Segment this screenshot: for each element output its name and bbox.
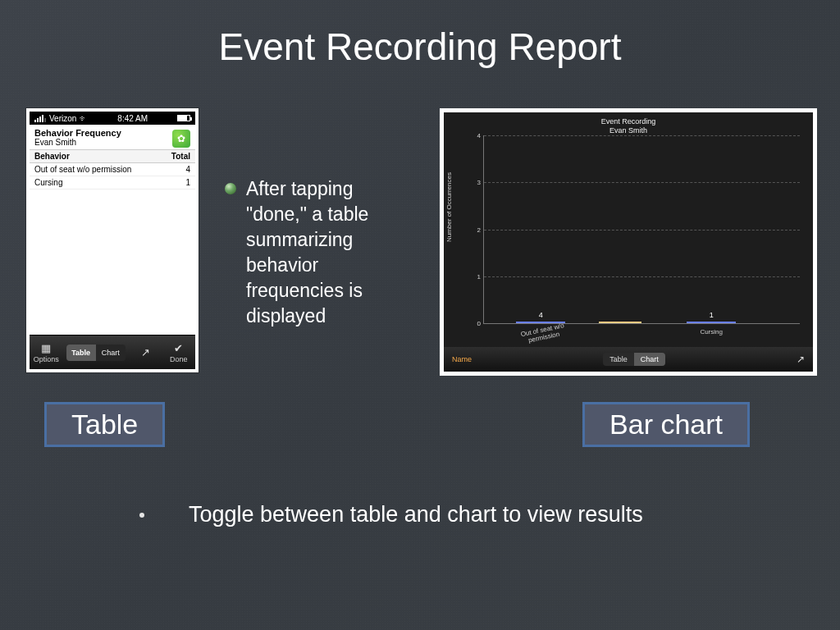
col-behavior: Behavior	[34, 152, 70, 161]
col-total: Total	[171, 152, 190, 161]
ytick: 3	[459, 179, 481, 186]
ytick: 1	[459, 272, 481, 280]
table-header: Behavior Total	[30, 149, 195, 163]
ytick: 0	[459, 320, 481, 327]
app-header: Behavior Frequency Evan Smith ✿	[30, 125, 195, 149]
chart-subtitle: Evan Smith	[444, 126, 813, 135]
row-value: 4	[185, 165, 190, 174]
check-icon: ✔	[174, 342, 183, 354]
bottom-note: Toggle between table and chart to view r…	[189, 500, 722, 529]
signal-icon	[34, 115, 46, 122]
header-subtitle: Evan Smith	[34, 138, 121, 147]
clock-label: 8:42 AM	[117, 114, 148, 123]
seg-chart[interactable]: Chart	[634, 353, 665, 366]
row-label: Cursing	[34, 178, 62, 187]
table-row: Out of seat w/o permission 4	[30, 163, 195, 176]
battery-icon	[177, 115, 190, 121]
tab-done[interactable]: ✔ Done	[162, 342, 195, 363]
ios-status-bar: Verizon ᯤ 8:42 AM	[30, 112, 195, 125]
app-icon: ✿	[172, 130, 190, 148]
header-title: Behavior Frequency	[34, 128, 121, 138]
tab-bar: ▦ Options Table Chart ↗ ✔ Done	[30, 335, 195, 369]
row-label: Out of seat w/o permission	[34, 165, 131, 174]
bullet-icon	[139, 513, 144, 518]
table-row: Cursing 1	[30, 176, 195, 189]
x-category-label: Out of seat w/o permission	[509, 315, 575, 347]
phone-screenshot: Verizon ᯤ 8:42 AM Behavior Frequency Eva…	[26, 108, 199, 372]
chart-bottom-bar: Name Table Chart ↗	[444, 347, 813, 372]
ytick: 4	[459, 132, 481, 139]
seg-table[interactable]: Table	[603, 353, 634, 366]
seg-table[interactable]: Table	[66, 345, 96, 361]
grid-icon: ▦	[41, 342, 51, 354]
plot-area: 4 3 2 1 0 4 Out of seat w/o permission	[483, 135, 800, 324]
highlight-barchart: Bar chart	[582, 402, 750, 447]
center-note: After tapping "done," a table summarizin…	[246, 176, 410, 329]
chart-title: Event Recording	[444, 117, 813, 126]
share-icon: ↗	[141, 346, 150, 358]
bottom-left-label: Name	[452, 355, 472, 363]
bar-value-label: 1	[687, 311, 735, 319]
wifi-icon: ᯤ	[80, 114, 88, 123]
x-category-label: Cursing	[680, 323, 743, 336]
highlight-table: Table	[44, 402, 165, 447]
bar-secondary	[599, 322, 641, 323]
slide-title: Event Recording Report	[0, 25, 840, 69]
chart-screenshot: Event Recording Evan Smith Number of Occ…	[440, 108, 817, 376]
tab-options-label: Options	[34, 355, 59, 363]
share-icon[interactable]: ↗	[797, 354, 805, 365]
tab-options[interactable]: ▦ Options	[30, 342, 63, 363]
seg-chart[interactable]: Chart	[96, 345, 126, 361]
tab-share[interactable]: ↗	[129, 346, 162, 358]
ytick: 2	[459, 226, 481, 233]
y-axis-label: Number of Occurrences	[445, 172, 453, 242]
row-value: 1	[185, 178, 190, 187]
carrier-label: Verizon	[49, 114, 76, 123]
segmented-table-chart[interactable]: Table Chart	[603, 353, 665, 366]
segmented-table-chart[interactable]: Table Chart	[66, 345, 126, 361]
tab-done-label: Done	[170, 355, 188, 363]
